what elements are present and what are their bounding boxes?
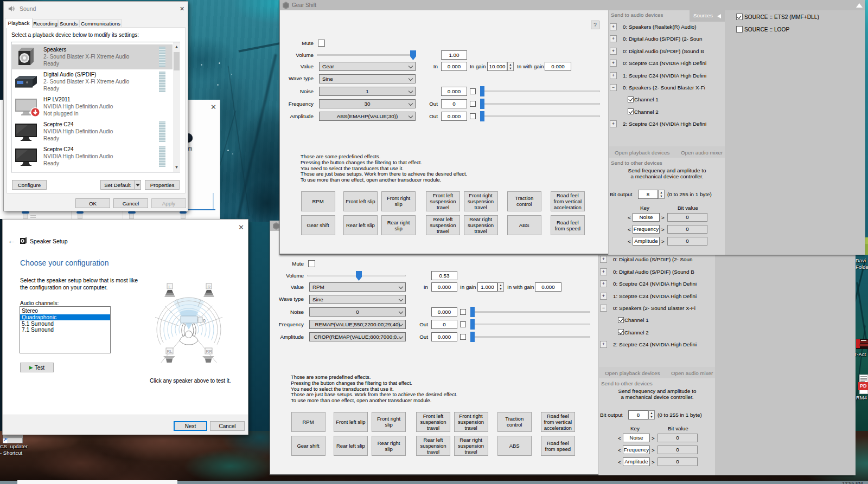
svg-text:R: R (208, 285, 211, 289)
svg-text:0: 0 (203, 318, 206, 324)
svg-text:RR: RR (206, 349, 213, 354)
svg-text:RL: RL (167, 349, 173, 354)
svg-text:L: L (169, 285, 171, 289)
